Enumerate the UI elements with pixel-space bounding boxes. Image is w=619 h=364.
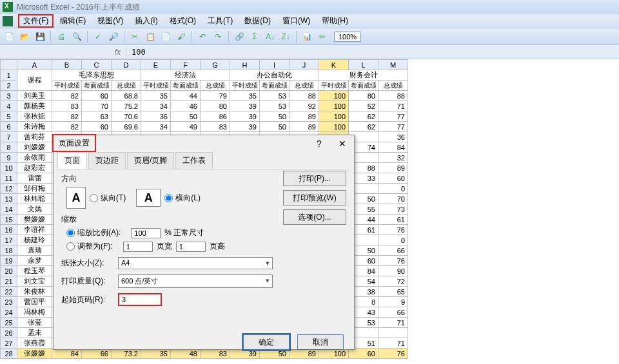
row-header[interactable]: 26 [1,328,17,338]
row-header[interactable]: 5 [1,111,17,122]
data-cell[interactable]: 76 [378,225,408,235]
data-cell[interactable] [378,328,408,338]
data-cell[interactable]: 0 [378,184,408,194]
row-header[interactable]: 28 [1,349,17,359]
options-button[interactable]: 选项(O)... [283,209,346,225]
row-header[interactable]: 13 [1,194,17,204]
sub-header[interactable]: 总成绩 [290,81,319,91]
cancel-button[interactable]: 取消 [297,334,344,350]
redo-icon[interactable]: ↷ [211,30,224,43]
help-button[interactable]: ? [308,139,331,149]
hdr-office[interactable]: 办公自动化 [230,70,319,81]
row-header[interactable]: 24 [1,307,17,318]
col-header[interactable]: E [141,60,171,70]
data-cell[interactable]: 79 [201,91,230,101]
data-cell[interactable]: 36 [378,132,408,142]
sub-header[interactable]: 卷面成绩 [171,81,201,91]
data-cell[interactable]: 68.8 [112,91,141,101]
name-cell[interactable]: 颜杨美 [17,101,52,111]
preview-icon[interactable]: 🔍 [70,30,83,43]
data-cell[interactable]: 39 [230,101,260,111]
data-cell[interactable]: 80 [201,101,230,111]
data-cell[interactable]: 89 [378,163,408,173]
print-button[interactable]: 打印(P)... [283,171,346,186]
col-header[interactable]: F [171,60,201,70]
data-cell[interactable]: 82 [52,111,82,122]
sub-header[interactable]: 平时成绩 [230,81,260,91]
tab-margins[interactable]: 页边距 [88,152,126,169]
data-cell[interactable]: 52 [349,101,378,111]
menu-help[interactable]: 帮助(H) [317,14,353,28]
name-cell[interactable]: 张莹 [17,318,52,328]
row-header[interactable]: 19 [1,256,17,266]
data-cell[interactable]: 76 [378,349,408,359]
col-header[interactable] [1,60,17,70]
col-header[interactable]: D [112,60,141,70]
row-header[interactable]: 15 [1,215,17,225]
name-cell[interactable]: 杨建玲 [17,235,52,245]
col-header[interactable]: J [290,60,319,70]
data-cell[interactable]: 100 [319,91,349,101]
data-cell[interactable]: 88 [378,91,408,101]
paper-combo[interactable]: A4▾ [118,257,273,269]
data-cell[interactable]: 77 [378,111,408,122]
name-cell[interactable]: 文嫣 [17,204,52,215]
close-button[interactable]: ✕ [331,139,354,149]
data-cell[interactable]: 35 [230,91,260,101]
name-cell[interactable]: 冯林梅 [17,307,52,318]
row-header[interactable]: 3 [1,91,17,101]
data-cell[interactable]: 82 [52,122,82,132]
data-cell[interactable]: 83 [52,101,82,111]
row-header[interactable]: 22 [1,287,17,297]
save-icon[interactable]: 💾 [34,30,46,43]
data-cell[interactable]: 70 [82,101,112,111]
row-header[interactable]: 16 [1,225,17,235]
name-cell[interactable]: 孟未 [17,328,52,338]
research-icon[interactable]: 🔎 [107,30,120,43]
startpage-input[interactable] [118,293,162,306]
data-cell[interactable]: 66 [378,307,408,318]
data-cell[interactable]: 77 [378,122,408,132]
data-cell[interactable]: 35 [141,91,171,101]
tab-header-footer[interactable]: 页眉/页脚 [127,152,174,169]
name-cell[interactable]: 刘嫒嫒 [17,142,52,153]
cell-course[interactable]: 课程 [17,70,52,91]
row-header[interactable]: 27 [1,338,17,349]
name-cell[interactable]: 程玉琴 [17,266,52,276]
data-cell[interactable]: 46 [171,101,201,111]
data-cell[interactable]: 71 [378,318,408,328]
row-header[interactable]: 18 [1,245,17,256]
name-cell[interactable]: 张燕霞 [17,338,52,349]
menu-format[interactable]: 格式(O) [164,14,201,28]
new-icon[interactable]: 📄 [3,30,15,43]
copy-icon[interactable]: 📋 [144,30,157,43]
name-cell[interactable]: 张秋掂 [17,111,52,122]
fit-radio[interactable]: 调整为(F): [66,241,113,252]
col-header[interactable]: A [17,60,52,70]
col-header[interactable]: K [319,60,349,70]
data-cell[interactable]: 50 [171,111,201,122]
row-header[interactable]: 17 [1,235,17,245]
row-header[interactable]: 12 [1,184,17,194]
ok-button[interactable]: 确定 [243,334,290,350]
data-cell[interactable]: 49 [171,122,201,132]
data-cell[interactable]: 61 [378,215,408,225]
data-cell[interactable]: 63 [82,111,112,122]
data-cell[interactable]: 66 [378,245,408,256]
data-cell[interactable]: 9 [378,297,408,307]
data-cell[interactable]: 69.6 [112,122,141,132]
data-cell[interactable]: 71 [378,338,408,349]
data-cell[interactable]: 75.2 [112,101,141,111]
data-cell[interactable]: 60 [378,173,408,184]
hdr-econ[interactable]: 经济法 [141,70,230,81]
data-cell[interactable]: 100 [319,101,349,111]
paste-icon[interactable]: 📄 [159,30,172,43]
name-cell[interactable]: 袁瑞 [17,245,52,256]
drawing-icon[interactable]: ✏ [316,30,329,43]
data-cell[interactable]: 44 [171,91,201,101]
tab-sheet[interactable]: 工作表 [175,152,213,169]
name-cell[interactable]: 曹国平 [17,297,52,307]
hdr-fin[interactable]: 财务会计 [319,70,408,81]
data-cell[interactable]: 89 [290,122,319,132]
data-cell[interactable]: 34 [141,122,171,132]
